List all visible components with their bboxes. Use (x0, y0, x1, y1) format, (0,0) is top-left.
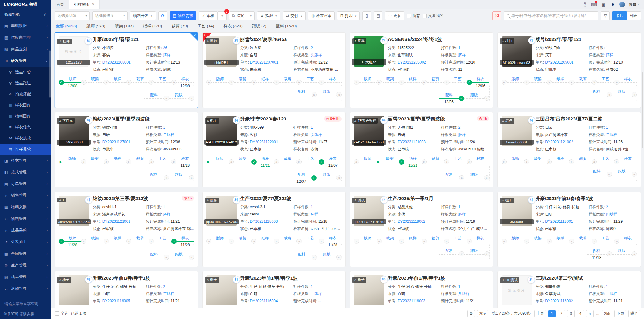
step-纸样[interactable]: ✓纸样11/21 (399, 156, 422, 168)
step-版师[interactable]: »版师 (354, 76, 377, 88)
select-all-checkbox[interactable]: 全选 (55, 311, 68, 316)
field-value[interactable]: DY20231208001 (102, 60, 131, 64)
material-chip[interactable]: 料 (380, 276, 388, 283)
material-chip[interactable]: 料 (528, 276, 535, 283)
thumbnail[interactable]: ♙波路料pp001cc22XXXZ00... (206, 196, 237, 226)
sample-card[interactable]: ♙TP客户敦轩料ZFDZ13dadasiboB...丽雪/2023/夏季/夏季四… (350, 112, 493, 187)
step-跟版[interactable]: 跟版« (317, 89, 342, 97)
step-配料[interactable]: 配料« (439, 248, 464, 256)
progress-select[interactable]: 请选择进度▾ (92, 11, 128, 20)
step-唛架[interactable]: »唛架 (524, 236, 547, 244)
field-value[interactable]: DY20231116003 (398, 299, 425, 303)
step-唛架[interactable]: »唛架 (377, 76, 399, 88)
step-工艺[interactable]: »工艺 (296, 156, 319, 168)
sample-card[interactable]: ♙杜仲料M1002jingwen03版号/2023年/春/春121分类: 锦纹-… (497, 32, 641, 108)
step-样衣[interactable]: »样衣12/08 (171, 76, 194, 88)
step-样衣[interactable]: »样衣11/28 (171, 156, 194, 168)
step-纸样[interactable]: ✓纸样11/21 (251, 156, 274, 168)
sample-card[interactable]: ♙栀子料JM0009升豪/2023年前1/春/春季1波分类: 牛仔-衬衫-修身-… (497, 192, 641, 267)
step-配料[interactable]: 配料« (144, 92, 169, 101)
field-value[interactable]: DY20231121001 (102, 219, 130, 224)
step-裁剪[interactable]: »裁剪 (274, 236, 296, 247)
material-chip[interactable]: 料 (380, 196, 388, 204)
step-样衣[interactable]: »样衣 (467, 236, 489, 244)
step-纸样[interactable]: »纸样 (104, 156, 126, 168)
field-value[interactable]: DY20231207001 (250, 60, 278, 64)
help-icon[interactable]: ? (583, 2, 587, 7)
document-button[interactable]: ▤ (374, 11, 382, 20)
step-配料[interactable]: 配料12/07✓ (291, 172, 316, 184)
step-唛架[interactable]: »唛架 (81, 236, 104, 247)
field-value[interactable]: DY20231116004 (250, 299, 278, 303)
step-工艺[interactable]: »工艺 (444, 236, 467, 244)
tab-打样需求[interactable]: 打样需求× (69, 0, 100, 9)
step-唛架[interactable]: »唛架 (524, 156, 547, 164)
step-跟版[interactable]: 跟版« (612, 169, 637, 177)
sidebar-item-rd-mgmt[interactable]: ⊞研发管理∨ (0, 55, 51, 67)
filter-tab-跟版[interactable]: 跟版 (2) (252, 23, 267, 29)
step-工艺[interactable]: »工艺 (296, 76, 319, 85)
step-纸样[interactable]: »纸样 (399, 76, 422, 88)
step-纸样[interactable]: »纸样 (104, 76, 126, 88)
step-版师[interactable]: »版师 (502, 236, 524, 244)
step-裁剪[interactable]: »裁剪 (569, 236, 592, 244)
step-版师[interactable]: »版师 (354, 156, 377, 168)
sample-card[interactable]: 暂无图片♙HD测试料三彩/2020/第二季/测试分类: 知辛配饰打样件数: 1来… (497, 271, 641, 308)
filter-tab-全部[interactable]: 全部 (5093) (56, 23, 77, 29)
sidebar-subitem-sample-gallery[interactable]: ▥样衣图库 (0, 100, 51, 111)
sample-card[interactable]: ♙栀子料升豪/2023年前1/春/春季1波分类: 牛仔-衬衫-修身-长袖打样件数… (350, 271, 493, 308)
sidebar-item-sample-mgmt[interactable]: ◨样衣管理› (0, 155, 51, 166)
sample-card[interactable]: ♙栀子料HHTU2023LNF612...升豪/李宁2023/春/123◷5天1… (202, 112, 346, 187)
step-跟版[interactable]: 跟版« (464, 248, 489, 256)
sample-card[interactable]: ♙栀子料升豪/2023年前1/春/春季1波分类: 牛仔-衬衫-修身-长袖打样件数… (202, 271, 346, 308)
page-button-255[interactable]: 255 (602, 310, 612, 317)
step-样衣[interactable]: ✓样衣12/07 (319, 156, 342, 168)
step-纸样[interactable]: »纸样 (104, 236, 126, 247)
refresh-button[interactable]: ⟳ (158, 11, 167, 20)
tab-首页[interactable]: 首页 (51, 0, 69, 9)
step-唛架[interactable]: »唛架 (377, 236, 399, 244)
menu-search-input[interactable]: 请输入菜单名字查询 (0, 299, 51, 309)
page-button-3[interactable]: 3 (567, 310, 575, 317)
step-跟版[interactable]: 跟版« (612, 248, 637, 260)
material-chip[interactable]: 料 (380, 117, 388, 124)
field-value[interactable]: DY20231116002 (545, 299, 573, 303)
deliver-button[interactable]: ⇄交付∨ (283, 11, 306, 20)
step-裁剪[interactable]: »裁剪 (569, 156, 592, 164)
step-样衣[interactable]: »样衣 (467, 156, 489, 168)
sidebar-item-product-planning[interactable]: ▧商品企划› (0, 43, 51, 55)
step-版师[interactable]: »版师 (354, 236, 377, 244)
step-裁剪[interactable]: »裁剪 (422, 156, 444, 168)
step-工艺[interactable]: »工艺 (444, 156, 467, 168)
checkbox-icon[interactable] (423, 14, 427, 18)
page-button-2[interactable]: 2 (558, 310, 565, 317)
clear-selection-button[interactable]: ⌧ (492, 11, 501, 20)
step-工艺[interactable]: »工艺 (296, 236, 319, 247)
prev-page-button[interactable]: 上页 (534, 310, 546, 317)
print-button[interactable]: ⊟打印∨ (337, 11, 360, 20)
step-工艺[interactable]: »工艺 (592, 76, 614, 85)
sidebar-subitem-material-gallery[interactable]: ▥物料图库 (0, 111, 51, 122)
step-跟版[interactable]: 跟版« (169, 172, 194, 180)
audit-button[interactable]: ✓审核 (199, 11, 217, 20)
thumbnail[interactable]: ♙TP客户敦轩料ZFDZ13dadasiboB... (354, 116, 384, 146)
step-纸样[interactable]: »纸样 (399, 236, 422, 244)
user-menu[interactable]: 慢白∨ (629, 2, 640, 7)
step-样衣[interactable]: »样衣 (319, 76, 342, 85)
step-样衣[interactable]: »样衣 (614, 236, 637, 244)
filter-tab-唛架[interactable]: 唛架 (103) (115, 23, 134, 29)
thumbnail[interactable]: 暂无图片♙杜仲料121zz123 (59, 36, 89, 67)
step-唛架[interactable]: »唛架 (524, 76, 547, 85)
filter-tab-样衣[interactable]: 样衣 (320) (224, 23, 243, 29)
checkbox-all[interactable]: 所有 (407, 13, 420, 19)
step-裁剪[interactable]: »裁剪 (274, 76, 296, 85)
sidebar-subitem-sample-info[interactable]: ⚑样衣信息 (0, 122, 51, 133)
tools-icon[interactable]: ▣ (601, 2, 606, 7)
step-唛架[interactable]: »唛架 (229, 76, 251, 85)
page-button-1[interactable]: 1 (548, 310, 556, 317)
filter-tab-纸样[interactable]: 纸样 (130) (143, 23, 162, 29)
checkbox-icon[interactable] (407, 14, 411, 18)
jump-to-button[interactable]: 跳至 (628, 310, 640, 317)
material-chip[interactable]: 料 (233, 276, 240, 283)
step-配料[interactable]: 配料« (291, 252, 316, 260)
